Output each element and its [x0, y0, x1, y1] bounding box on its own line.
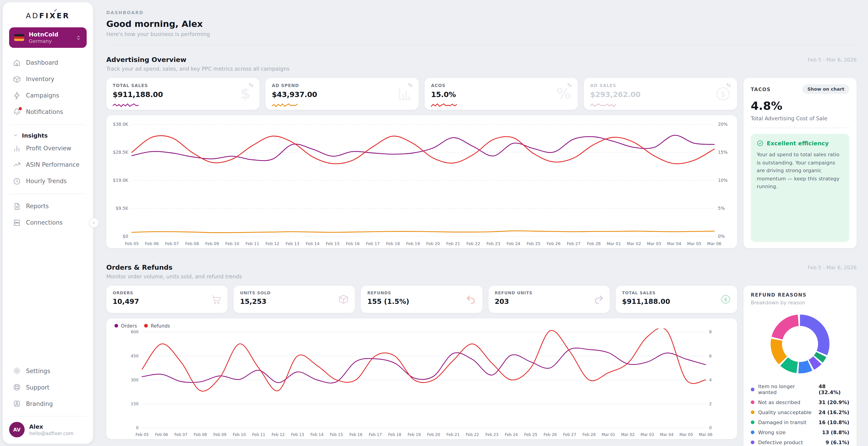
coin-icon: $ — [714, 85, 732, 103]
tacos-label: TACOS — [751, 86, 771, 92]
metric-label: REFUNDS — [367, 290, 476, 295]
legend-item-orders[interactable]: Orders — [115, 323, 137, 329]
reason-value: 24 (16.2%) — [818, 409, 849, 415]
metric-card-units-sold[interactable]: UNITS SOLD 15,253 — [234, 286, 355, 313]
id-card-icon — [13, 400, 21, 408]
svg-text:Feb 15: Feb 15 — [330, 432, 343, 437]
sidebar-item-settings[interactable]: Settings — [9, 363, 87, 379]
metric-label: ACOS — [431, 83, 571, 88]
refund-reasons-legend: Item no longer wanted 48 (32.4%) Not as … — [751, 381, 849, 446]
metric-value: 203 — [495, 298, 603, 306]
svg-text:Feb 24: Feb 24 — [505, 432, 518, 437]
svg-text:Feb 17: Feb 17 — [366, 241, 380, 246]
legend-item-refunds[interactable]: Refunds — [144, 323, 170, 329]
sidebar-item-profit-overview[interactable]: Profit Overview — [9, 141, 87, 156]
tacos-caption: Total Advertising Cost of Sale — [751, 115, 849, 122]
svg-text:$28.5K: $28.5K — [113, 150, 128, 155]
sidebar-item-label: Inventory — [26, 76, 54, 82]
redo-icon — [593, 294, 604, 305]
svg-text:300: 300 — [131, 377, 139, 382]
sidebar-collapse-button[interactable] — [89, 218, 99, 228]
sidebar-item-connections[interactable]: Connections — [9, 215, 87, 230]
svg-text:Feb 25: Feb 25 — [527, 241, 540, 246]
metric-label: TOTAL SALES — [622, 290, 731, 295]
page-subtitle: Here's how your business is performing — [106, 31, 857, 37]
legend-label: Orders — [121, 323, 137, 329]
show-on-chart-button[interactable]: Show on chart — [802, 84, 849, 94]
sidebar-item-dashboard[interactable]: Dashboard — [9, 55, 87, 70]
gear-icon — [13, 367, 21, 375]
sidebar-item-notifications[interactable]: Notifications — [9, 104, 87, 119]
sidebar-item-asin-performance[interactable]: ASIN Performance — [9, 157, 87, 172]
bar-chart-icon — [13, 144, 21, 152]
sidebar-item-support[interactable]: Support — [9, 379, 87, 395]
svg-text:Feb 14: Feb 14 — [306, 241, 319, 246]
svg-text:Feb 05: Feb 05 — [125, 241, 139, 246]
tacos-divider — [751, 128, 849, 128]
sidebar-item-hourly-trends[interactable]: Hourly Trends — [9, 173, 87, 189]
workspace-region: Germany — [29, 38, 58, 44]
box-icon — [338, 294, 349, 305]
metric-card-total-sales[interactable]: TOTAL SALES $911,188.00 $ — [106, 78, 259, 110]
user-profile[interactable]: AV Alex hello@adfixer.com — [9, 416, 87, 437]
svg-text:2: 2 — [709, 401, 712, 406]
insights-group-toggle[interactable]: Insights — [9, 129, 87, 141]
metric-card-ad-spend[interactable]: AD SPEND $43,937.00 — [266, 78, 419, 110]
orders-refunds-chart-panel: OrdersRefunds 600845063004150200Feb 05Fe… — [106, 318, 737, 439]
svg-text:Mar 03: Mar 03 — [641, 432, 654, 437]
svg-text:Feb 27: Feb 27 — [563, 432, 576, 437]
metric-card-refunds[interactable]: REFUNDS 155 (1.5%) — [361, 286, 482, 313]
svg-text:Feb 08: Feb 08 — [185, 241, 199, 246]
reason-label: Not as described — [758, 399, 800, 405]
sidebar-item-label: Campaigns — [26, 92, 59, 99]
svg-text:Feb 25: Feb 25 — [524, 432, 537, 437]
svg-text:Feb 18: Feb 18 — [386, 241, 400, 246]
bell-icon — [13, 108, 21, 116]
refund-reasons-donut — [751, 310, 849, 378]
svg-text:Mar 03: Mar 03 — [647, 241, 661, 246]
dollar-badge-icon: $ — [720, 294, 731, 305]
metric-value: 15.0% — [431, 90, 571, 99]
chart-axis-icon — [396, 85, 413, 103]
sidebar-item-label: Settings — [26, 368, 51, 374]
sidebar-spacer — [9, 230, 87, 363]
metric-label: TOTAL SALES — [113, 83, 253, 88]
metric-value: $43,937.00 — [272, 90, 412, 99]
refund-reason-row: Defective product 9 (6.1%) — [751, 437, 849, 446]
marketplace-selector[interactable]: HotnCold Germany — [9, 27, 87, 47]
sidebar-nav-insights: Profit Overview ASIN Performance Hourly … — [9, 141, 87, 189]
sidebar-item-label: Connections — [26, 219, 63, 226]
legend-dot — [751, 420, 754, 424]
reason-label: Defective product — [758, 439, 803, 445]
reason-label: Item no longer wanted — [758, 383, 815, 395]
metric-card-acos[interactable]: ACOS 15.0% % — [425, 78, 578, 110]
svg-text:Feb 08: Feb 08 — [194, 432, 207, 437]
svg-text:Feb 14: Feb 14 — [310, 432, 323, 437]
svg-text:Mar 06: Mar 06 — [699, 432, 712, 437]
reason-label: Damaged in transit — [758, 419, 806, 425]
date-range-label: Feb 5 - Mar 6, 2026 — [808, 57, 857, 63]
sidebar-item-campaigns[interactable]: Campaigns — [9, 88, 87, 103]
percent-icon: % — [555, 85, 572, 103]
sidebar: ADFIXER HotnCold Germany Dashboard Inven… — [3, 2, 93, 444]
svg-text:Feb 23: Feb 23 — [485, 432, 499, 437]
refund-reason-row: Quality unacceptable 24 (16.2%) — [751, 407, 849, 417]
refund-reason-row: Damaged in transit 16 (10.8%) — [751, 417, 849, 427]
sidebar-item-inventory[interactable]: Inventory — [9, 71, 87, 87]
metric-card-orders[interactable]: ORDERS 10,497 — [106, 286, 227, 313]
metric-card-ad-sales[interactable]: AD SALES $293,262.00 $ — [584, 78, 737, 110]
refund-reasons-subtitle: Breakdown by reason — [751, 300, 849, 306]
svg-text:Feb 21: Feb 21 — [446, 432, 460, 437]
clock-icon — [13, 177, 21, 185]
svg-text:Feb 16: Feb 16 — [349, 432, 363, 437]
user-email: hello@adfixer.com — [29, 431, 73, 436]
svg-text:$19.0K: $19.0K — [113, 178, 128, 183]
sidebar-item-reports[interactable]: Reports — [9, 198, 87, 214]
advertising-overview-section: Advertising Overview Track your ad spend… — [106, 56, 857, 248]
metric-card-total-sales[interactable]: TOTAL SALES $911,188.00 $ — [616, 286, 737, 313]
reason-value: 9 (6.1%) — [826, 439, 849, 445]
metric-card-refund-units[interactable]: REFUND UNITS 203 — [488, 286, 610, 313]
sidebar-item-branding[interactable]: Branding — [9, 396, 87, 411]
reason-value: 48 (32.4%) — [819, 383, 849, 395]
trending-up-icon — [13, 161, 21, 169]
